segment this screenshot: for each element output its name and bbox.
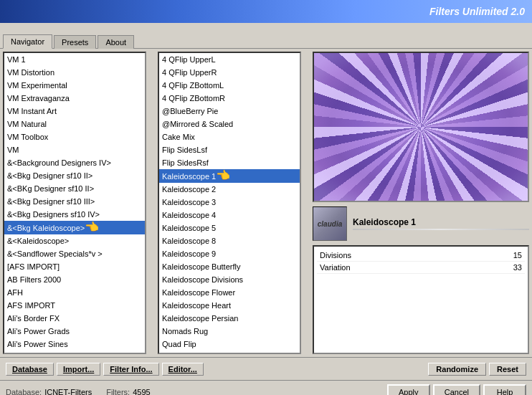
arrow-pointer-icon: 👈 [216,170,230,181]
main-content: VM 1VM DistortionVM ExperimentalVM Extra… [0,49,532,357]
middle-list-item[interactable]: Kaleidoscope 4 [159,209,300,222]
param-row: Variation33 [317,262,525,274]
right-panel: claudia Kaleidoscope 1 Divisions15Variat… [313,52,529,354]
left-list-item[interactable]: &<Kaleidoscope> [4,234,145,247]
middle-list-item[interactable]: Kaleidoscope Heart [159,299,300,312]
filters-status: Filters: 4595 [106,388,150,396]
filters-label: Filters: [106,388,130,396]
preview-area [313,52,529,202]
left-list-item[interactable]: VM [4,143,145,156]
apply-button[interactable]: Apply [387,384,430,396]
middle-list-item[interactable]: Kaleidoscope 1 👈 [159,169,300,183]
middle-list-item[interactable]: Flip SidesLsf [159,143,300,156]
left-list-item[interactable]: VM Instant Art [4,105,145,118]
arrow-pointer-icon: 👈 [85,222,99,233]
middle-list-item[interactable]: Kaleidoscope 8 [159,234,300,247]
app-title: Filters Unlimited 2.0 [429,6,525,17]
middle-list-item[interactable]: Nomads Rug [159,325,300,338]
param-label: Variation [320,263,351,272]
left-panel-wrapper: VM 1VM DistortionVM ExperimentalVM Extra… [3,52,155,354]
left-list-item[interactable]: AB Filters 2000 [4,273,145,286]
tab-navigator[interactable]: Navigator [3,34,52,49]
left-panel[interactable]: VM 1VM DistortionVM ExperimentalVM Extra… [3,52,146,354]
left-list-item[interactable]: Ali's Border FX [4,312,145,325]
left-list-item[interactable]: &<Sandflower Specials*v > [4,247,145,260]
param-value: 33 [513,263,522,272]
left-list-item[interactable]: VM Distortion [4,66,145,79]
filters-value: 4595 [133,388,150,396]
filter-info-button[interactable]: Filter Info... [103,363,158,376]
param-row: Divisions15 [317,249,525,262]
reset-button[interactable]: Reset [489,363,526,376]
tab-about[interactable]: About [98,35,134,49]
middle-list-item[interactable]: 4 QFlip UpperL [159,53,300,66]
left-list-item[interactable]: VM 1 [4,53,145,66]
database-value: ICNET-Filters [44,388,92,396]
database-status: Database: ICNET-Filters [6,388,92,396]
filter-icon-label: claudia [318,220,342,228]
left-list-item[interactable]: &<Background Designers IV> [4,156,145,169]
params-area: Divisions15Variation33 [313,245,529,354]
cancel-button[interactable]: Cancel [433,384,480,396]
middle-list-item[interactable]: Kaleidoscope Butterfly [159,260,300,273]
left-list-item[interactable]: VM Toolbox [4,130,145,143]
left-list-item[interactable]: AFS IMPORT [4,299,145,312]
middle-list-item[interactable]: @Mirrored & Scaled [159,118,300,130]
left-list-item[interactable]: VM Extravaganza [4,92,145,105]
middle-list-item[interactable]: @BlueBerry Pie [159,105,300,118]
title-bar: Filters Unlimited 2.0 [0,0,532,23]
randomize-button[interactable]: Randomize [428,363,486,376]
filter-info-bar: claudia Kaleidoscope 1 [313,205,529,242]
left-list-item[interactable]: Ali's Power Grads [4,325,145,338]
left-list-item[interactable]: &<Bkg Kaleidoscope> 👈 [4,221,145,234]
param-label: Divisions [320,251,351,260]
action-buttons: Apply Cancel Help [387,384,526,396]
middle-list-item[interactable]: Radial Mirror [159,351,300,354]
middle-panel[interactable]: 4 QFlip UpperL4 QFlip UpperR4 QFlip ZBot… [158,52,301,354]
middle-list-item[interactable]: Kaleidoscope 2 [159,183,300,196]
left-list-item[interactable]: Ali's Power Sines [4,338,145,351]
middle-list-item[interactable]: 4 QFlip ZBottomR [159,92,300,105]
preview-image [314,53,528,201]
middle-list-item[interactable]: Kaleidoscope Flower [159,286,300,299]
editor-button[interactable]: Editor... [162,363,204,376]
middle-list-item[interactable]: 4 QFlip UpperR [159,66,300,79]
left-list-item[interactable]: &<Bkg Designer sf10 III> [4,195,145,208]
left-list-item[interactable]: VM Experimental [4,79,145,92]
database-button[interactable]: Database [6,363,54,376]
left-list-item[interactable]: Ali's Power Toys [4,351,145,354]
database-label: Database: [6,388,42,396]
status-bar: Database: ICNET-Filters Filters: 4595 Ap… [0,380,532,395]
middle-panel-wrapper: 4 QFlip UpperL4 QFlip UpperR4 QFlip ZBot… [158,52,310,354]
middle-list-item[interactable]: 4 QFlip ZBottomL [159,79,300,92]
left-list-item[interactable]: &<BKg Designer sf10 II> [4,182,145,195]
import-button[interactable]: Import... [57,363,100,376]
middle-list-item[interactable]: Cake Mix [159,130,300,143]
middle-list-item[interactable]: Kaleidoscope Persian [159,312,300,325]
filter-name-bar: Kaleidoscope 1 [353,217,529,230]
tab-bar: Navigator Presets About [0,23,532,49]
middle-list-item[interactable]: Kaleidoscope 3 [159,196,300,209]
left-list-item[interactable]: &<Bkg Designer sf10 II> [4,169,145,182]
help-button[interactable]: Help [483,384,526,396]
left-list-item[interactable]: AFH [4,286,145,299]
left-list-item[interactable]: &<Bkg Designers sf10 IV> [4,208,145,221]
left-list-item[interactable]: [AFS IMPORT] [4,260,145,273]
filter-icon: claudia [313,206,347,241]
param-value: 15 [513,251,522,260]
filter-name-underline [353,229,529,230]
middle-list-item[interactable]: Kaleidoscope Divisions [159,273,300,286]
tab-presets[interactable]: Presets [54,35,96,49]
middle-list-item[interactable]: Flip SidesRsf [159,156,300,169]
left-list-item[interactable]: VM Natural [4,118,145,130]
middle-list-item[interactable]: Quad Flip [159,338,300,351]
middle-list-item[interactable]: Kaleidoscope 9 [159,247,300,260]
filter-name-text: Kaleidoscope 1 [353,217,529,227]
bottom-toolbar: Database Import... Filter Info... Editor… [0,357,532,380]
middle-list-item[interactable]: Kaleidoscope 5 [159,222,300,234]
